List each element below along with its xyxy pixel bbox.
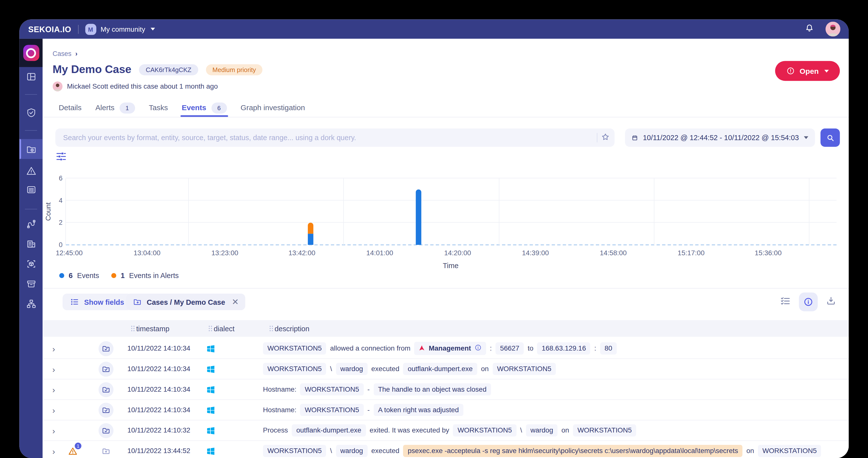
value-chip[interactable]: 80 (600, 342, 617, 354)
chart-bar[interactable] (416, 190, 421, 245)
folder-eye-icon (26, 144, 36, 154)
windows-icon (206, 385, 215, 394)
value-chip[interactable]: WORKSTATION5 (263, 342, 326, 354)
folder-check-icon[interactable] (98, 382, 113, 397)
case-id-badge: CAK6rTk4gCKZ (139, 64, 198, 75)
value-chip[interactable]: 56627 (496, 342, 524, 354)
tab-tasks[interactable]: Tasks (149, 98, 168, 117)
sidebar-item-reports[interactable] (19, 179, 42, 200)
value-chip[interactable]: WORKSTATION5 (493, 363, 556, 375)
value-chip[interactable]: WORKSTATION5 (263, 445, 326, 457)
chart-settings-button[interactable] (56, 152, 67, 162)
search-button[interactable] (820, 128, 840, 147)
search-input[interactable] (55, 128, 615, 147)
event-row[interactable]: ›10/11/2022 14:10:32Processoutflank-dump… (42, 420, 849, 441)
legend-item-events-in-alerts[interactable]: 1 Events in Alerts (111, 271, 179, 280)
folder-check-icon[interactable] (98, 362, 113, 376)
sidebar-item-organization[interactable] (19, 234, 42, 254)
sidebar-logo[interactable] (19, 39, 42, 67)
chevron-right-icon: › (75, 50, 78, 57)
sidebar-item-dashboard[interactable] (19, 66, 42, 87)
drag-handle-icon[interactable] (131, 325, 132, 326)
value-chip[interactable]: outflank-dumpert.exe (292, 424, 366, 436)
tab-events[interactable]: Events6 (182, 98, 227, 117)
sidebar-item-topology[interactable] (19, 294, 42, 314)
value-chip[interactable]: 168.63.129.16 (537, 342, 590, 354)
value-chip[interactable]: wardog (526, 424, 558, 436)
date-range-value: 10/11/2022 @ 12:44:52 - 10/11/2022 @ 15:… (643, 134, 799, 142)
value-chip[interactable]: WORKSTATION5 (300, 404, 364, 416)
value-chip[interactable]: outflank-dumpert.exe (403, 363, 477, 375)
workspace-selector[interactable]: My community (100, 25, 145, 33)
bell-icon[interactable] (804, 23, 814, 35)
editor-avatar (53, 82, 63, 91)
sidebar-item-intelligence[interactable] (19, 103, 42, 122)
top-bar: SEKOIA.IO M My community (19, 19, 849, 39)
v-gridline (809, 178, 809, 245)
expand-chevron-icon[interactable]: › (49, 344, 58, 353)
legend-item-events[interactable]: 6 Events (59, 271, 99, 280)
star-icon[interactable] (601, 133, 610, 144)
expand-chevron-icon[interactable]: › (49, 406, 58, 414)
value-chip[interactable]: WORKSTATION5 (263, 363, 326, 375)
tab-graph-investigation[interactable]: Graph investigation (241, 98, 305, 117)
event-row[interactable]: ›110/11/2022 13:44:52WORKSTATION5\wardog… (42, 441, 849, 458)
event-row[interactable]: ›10/11/2022 14:10:34Hostname:WORKSTATION… (42, 400, 849, 420)
drag-handle-icon[interactable] (209, 325, 210, 326)
show-fields-button[interactable]: Show fields (63, 294, 132, 310)
asset-chip[interactable]: Management (414, 342, 486, 355)
description-text: on (746, 447, 754, 455)
drag-handle-icon[interactable] (270, 325, 271, 326)
report-icon (26, 184, 36, 195)
tab-alerts[interactable]: Alerts1 (95, 98, 135, 117)
folder-check-icon[interactable] (98, 423, 113, 438)
download-icon (826, 296, 836, 306)
sliders-icon (56, 152, 67, 161)
chevron-down-icon[interactable] (151, 28, 155, 30)
tab-details[interactable]: Details (59, 98, 82, 117)
download-button[interactable] (826, 296, 836, 308)
sidebar-item-playbooks[interactable] (19, 214, 42, 234)
event-row[interactable]: ›10/11/2022 14:10:34WORKSTATION5\wardoge… (42, 359, 849, 379)
expand-chevron-icon[interactable]: › (49, 447, 58, 455)
date-range-picker[interactable]: 10/11/2022 @ 12:44:52 - 10/11/2022 @ 15:… (625, 128, 815, 147)
sidebar-item-sandbox[interactable] (19, 254, 42, 274)
value-chip[interactable]: WORKSTATION5 (453, 424, 516, 436)
expand-chevron-icon[interactable]: › (49, 365, 58, 373)
expand-chevron-icon[interactable]: › (49, 385, 58, 394)
value-chip[interactable]: A token right was adjusted (374, 404, 463, 416)
info-icon[interactable] (474, 344, 482, 353)
value-chip[interactable]: wardog (336, 445, 367, 457)
info-panel-button[interactable] (799, 292, 818, 311)
event-row[interactable]: ›10/11/2022 14:10:34Hostname:WORKSTATION… (42, 379, 849, 400)
select-columns-button[interactable] (780, 295, 791, 308)
sidebar-item-alerts[interactable] (19, 161, 42, 181)
value-chip[interactable]: WORKSTATION5 (300, 383, 364, 395)
case-filter-chip[interactable]: Cases / My Demo Case ✕ (126, 294, 245, 310)
user-avatar[interactable] (826, 22, 840, 36)
chart-bar[interactable] (308, 223, 313, 245)
folder-plus-icon[interactable] (98, 443, 113, 458)
breadcrumb-link-cases[interactable]: Cases (53, 50, 71, 57)
divider (597, 133, 597, 142)
value-chip[interactable]: The handle to an object was closed (374, 383, 491, 395)
column-header-timestamp[interactable]: timestamp (131, 320, 169, 337)
sidebar-item-archive[interactable] (19, 274, 42, 294)
value-chip[interactable]: WORKSTATION5 (758, 445, 821, 457)
chart-y-axis: 0246 (42, 178, 63, 245)
value-chip[interactable]: wardog (336, 363, 367, 375)
value-chip[interactable]: WORKSTATION5 (573, 424, 636, 436)
folder-check-icon[interactable] (98, 341, 113, 356)
case-status-button[interactable]: Open (775, 61, 840, 81)
folder-check-icon[interactable] (98, 403, 113, 418)
x-tick-label: 13:04:00 (134, 249, 161, 257)
column-header-dialect[interactable]: dialect (209, 320, 235, 337)
close-icon[interactable]: ✕ (232, 297, 239, 307)
description-text: exited. It was executed by (370, 427, 450, 434)
sidebar-item-operations[interactable] (19, 139, 42, 159)
checklist-icon (780, 295, 791, 306)
event-row[interactable]: ›10/11/2022 14:10:34WORKSTATION5allowed … (42, 338, 849, 359)
expand-chevron-icon[interactable]: › (49, 426, 58, 435)
highlighted-value-chip[interactable]: psexec.exe -accepteula -s reg save hklm\… (403, 445, 743, 457)
column-header-description[interactable]: description (270, 320, 310, 337)
